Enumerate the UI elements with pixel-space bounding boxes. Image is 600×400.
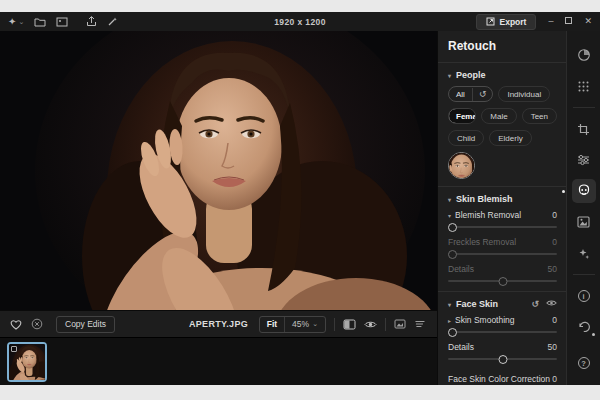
- history-undo-icon[interactable]: [572, 315, 596, 339]
- sort-options-icon[interactable]: [414, 319, 427, 329]
- show-original-icon[interactable]: [394, 319, 406, 329]
- close-button[interactable]: ✕: [584, 17, 592, 26]
- maximize-icon: [565, 17, 572, 24]
- star-icon: ✦: [8, 17, 16, 27]
- tag-female-group: Female ↺: [448, 108, 476, 124]
- develop-adjust-icon[interactable]: [572, 74, 596, 98]
- slider-label: Skin Smoothing: [455, 315, 515, 325]
- people-section-header[interactable]: ▾ People: [448, 70, 557, 80]
- color-correction-value: 0: [552, 374, 557, 384]
- top-toolbar: ✦ ⌄ 1920 x 1200 Export – ✕: [0, 12, 600, 31]
- face-skin-section-header[interactable]: ▾ Face Skin ↺: [448, 299, 557, 309]
- detected-face-avatar[interactable]: [448, 152, 475, 179]
- skin-blemish-section-label: Skin Blemish: [456, 194, 513, 204]
- minimize-button[interactable]: –: [548, 17, 553, 26]
- preview-eye-icon[interactable]: [364, 320, 377, 329]
- filmstrip: [0, 337, 437, 385]
- slider-thumb[interactable]: [498, 277, 507, 286]
- slider-thumb[interactable]: [448, 250, 457, 259]
- chevron-down-icon: ⌄: [18, 18, 24, 25]
- slider-thumb[interactable]: [448, 223, 457, 232]
- fit-button[interactable]: Fit: [260, 317, 284, 332]
- ai-presets-icon[interactable]: ✦ ⌄: [8, 17, 24, 27]
- presets-tool-icon[interactable]: [572, 43, 596, 67]
- gallery-icon[interactable]: [56, 17, 68, 27]
- blemish-removal-slider-row: ▾ Blemish Removal 0: [448, 210, 557, 228]
- history-badge-dot: [592, 333, 595, 336]
- copy-edits-button[interactable]: Copy Edits: [56, 316, 115, 333]
- visibility-eye-icon[interactable]: [546, 299, 557, 309]
- expand-triangle-icon[interactable]: ▾: [448, 212, 451, 219]
- adjustments-tool-icon[interactable]: [572, 148, 596, 172]
- magic-wand-icon[interactable]: [107, 16, 118, 27]
- open-folder-icon[interactable]: [34, 17, 46, 27]
- zoom-level-value: 45%: [292, 319, 309, 329]
- people-individual-button[interactable]: Individual: [498, 86, 550, 102]
- slider-value: 0: [552, 210, 557, 220]
- tag-child-button[interactable]: Child: [448, 130, 484, 146]
- retouch-tool-icon[interactable]: [572, 179, 596, 203]
- people-all-button[interactable]: All: [449, 87, 472, 101]
- help-icon[interactable]: ?: [572, 351, 596, 375]
- compare-split-icon[interactable]: [343, 319, 356, 330]
- app-window: ✦ ⌄ 1920 x 1200 Export – ✕: [0, 12, 600, 385]
- slider-thumb[interactable]: [498, 355, 507, 364]
- slider-thumb[interactable]: [448, 328, 457, 337]
- tool-strip: i ?: [566, 31, 600, 385]
- collapse-triangle-icon: ▾: [448, 72, 451, 79]
- canvas-column: Copy Edits APERTY.JPG Fit 45% ⌄: [0, 31, 437, 385]
- maximize-button[interactable]: [565, 17, 572, 26]
- strip-divider: [573, 274, 595, 275]
- background-tool-icon[interactable]: [572, 210, 596, 234]
- divider: [438, 186, 566, 187]
- skin-blemish-section-header[interactable]: ▾ Skin Blemish: [448, 194, 557, 204]
- freckles-removal-slider[interactable]: [448, 253, 557, 255]
- bottom-toolbar: Copy Edits APERTY.JPG Fit 45% ⌄: [0, 310, 437, 337]
- info-glyph: i: [578, 290, 590, 302]
- toolbar-divider: [385, 318, 386, 331]
- reject-icon[interactable]: [31, 318, 43, 330]
- help-glyph: ?: [578, 357, 590, 369]
- tag-female-button[interactable]: Female: [448, 108, 476, 124]
- slider-label: Details: [448, 342, 474, 352]
- freckles-removal-slider-row: Freckles Removal 0: [448, 237, 557, 255]
- crop-tool-icon[interactable]: [572, 117, 596, 141]
- tag-male-button[interactable]: Male: [481, 108, 516, 124]
- share-icon[interactable]: [86, 16, 97, 27]
- toolbar-divider: [334, 318, 335, 331]
- effects-tool-icon[interactable]: [572, 241, 596, 265]
- photo-canvas[interactable]: [0, 31, 437, 310]
- favorite-heart-icon[interactable]: [10, 319, 22, 330]
- divider: [438, 62, 566, 63]
- divider: [438, 291, 566, 292]
- zoom-level-dropdown[interactable]: 45% ⌄: [284, 317, 325, 332]
- export-button[interactable]: Export: [476, 14, 537, 30]
- reset-all-icon[interactable]: ↺: [472, 88, 493, 101]
- panel-title: Retouch: [448, 39, 557, 53]
- tag-teen-button[interactable]: Teen: [522, 108, 557, 124]
- face-details-slider[interactable]: [448, 358, 557, 360]
- edited-badge-icon: [11, 346, 17, 352]
- slider-value: 0: [552, 315, 557, 325]
- info-icon[interactable]: i: [572, 284, 596, 308]
- collapse-triangle-icon: ▾: [448, 196, 451, 203]
- face-skin-color-correction-row: Face Skin Color Correction 0: [448, 374, 557, 384]
- skin-smoothing-slider[interactable]: [448, 331, 557, 333]
- chevron-down-icon: ⌄: [312, 320, 318, 328]
- export-icon: [486, 17, 495, 26]
- color-correction-label: Face Skin Color Correction: [448, 374, 550, 384]
- slider-value: 0: [552, 237, 557, 247]
- export-label: Export: [500, 17, 527, 27]
- reset-section-icon[interactable]: ↺: [531, 300, 539, 309]
- people-mode-all-group: All ↺: [448, 86, 493, 102]
- filmstrip-thumbnail-selected[interactable]: [7, 342, 47, 382]
- slider-value: 50: [548, 342, 557, 352]
- strip-divider: [573, 107, 595, 108]
- slider-label: Freckles Removal: [448, 237, 516, 247]
- blemish-removal-slider[interactable]: [448, 226, 557, 228]
- expand-triangle-icon[interactable]: ▸: [448, 317, 451, 324]
- people-section-label: People: [456, 70, 486, 80]
- tag-elderly-button[interactable]: Elderly: [489, 130, 531, 146]
- details-slider[interactable]: [448, 280, 557, 282]
- retouch-panel: Retouch ▾ People All ↺ Individual Female…: [437, 31, 566, 385]
